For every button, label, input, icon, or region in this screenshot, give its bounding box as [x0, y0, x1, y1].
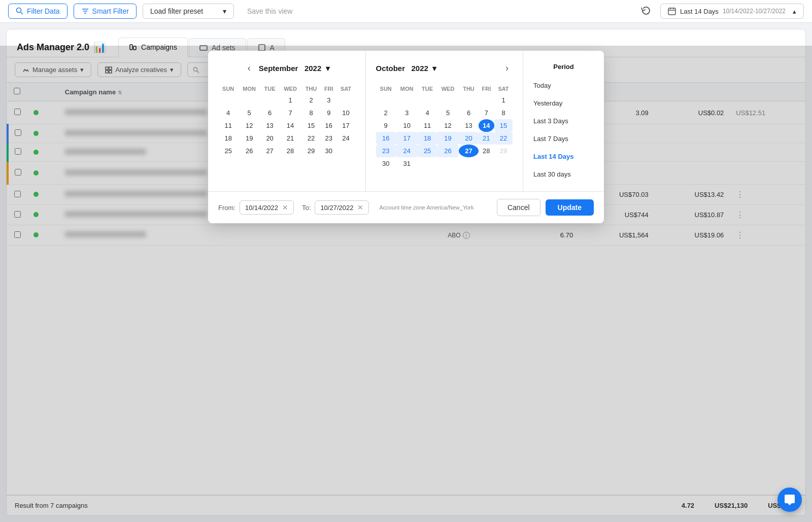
refresh-button[interactable]	[638, 3, 654, 20]
update-button[interactable]: Update	[546, 199, 594, 216]
cal-day-range[interactable]: 25	[418, 145, 436, 157]
cal-day[interactable]: 30	[376, 157, 396, 170]
to-date-group: To: 10/27/2022 ✕	[302, 200, 369, 215]
date-range-button[interactable]: Last 14 Days 10/14/2022-10/27/2022 ▴	[660, 4, 804, 19]
to-date-input[interactable]: 10/27/2022 ✕	[315, 200, 369, 215]
cal-day[interactable]: 23	[321, 132, 336, 145]
filter-data-label: Filter Data	[27, 7, 60, 15]
cal-day-range[interactable]: 22	[494, 132, 513, 145]
period-last14days[interactable]: Last 14 Days	[523, 148, 604, 165]
cal-day[interactable]: 3	[396, 107, 418, 119]
cal-day[interactable]: 8	[301, 107, 321, 119]
cal-day[interactable]: 7	[279, 107, 301, 119]
from-date-input[interactable]: 10/14/2022 ✕	[240, 200, 294, 215]
datepicker-inputs: From: 10/14/2022 ✕ To: 10/27/2022 ✕ Acco…	[208, 191, 604, 223]
cal-day[interactable]: 8	[494, 107, 513, 119]
cal-day-range[interactable]: 23	[376, 145, 396, 157]
cal-day-empty	[337, 145, 355, 157]
chat-bubble[interactable]	[777, 488, 802, 512]
datepicker-panel: ‹ September 2022 ▾ SUN MON	[208, 51, 604, 223]
cal-day[interactable]: 11	[418, 119, 436, 132]
cal-day[interactable]: 2	[376, 107, 396, 119]
period-last7days[interactable]: Last 7 Days	[523, 130, 604, 148]
cal-day[interactable]: 4	[418, 107, 436, 119]
september-year: 2022	[304, 64, 321, 73]
cal-day-empty	[479, 94, 494, 107]
september-month-label: September 2022 ▾	[259, 64, 330, 73]
cal-day[interactable]: 19	[238, 132, 260, 145]
cal-day-range[interactable]: 15	[494, 119, 513, 132]
cal-day[interactable]: 10	[337, 107, 355, 119]
day-mon: MON	[238, 84, 260, 94]
cal-day[interactable]: 7	[479, 107, 494, 119]
cal-day[interactable]: 20	[260, 132, 279, 145]
cal-day[interactable]: 1	[279, 94, 301, 107]
cal-day-range[interactable]: 19	[437, 132, 459, 145]
load-preset-button[interactable]: Load filter preset ▾	[143, 4, 234, 19]
cal-day[interactable]: 29	[301, 145, 321, 157]
cal-day[interactable]: 18	[218, 132, 238, 145]
cal-day-range[interactable]: 16	[376, 132, 396, 145]
cal-day[interactable]: 11	[218, 119, 238, 132]
cancel-button[interactable]: Cancel	[497, 199, 540, 216]
cal-day[interactable]: 24	[337, 132, 355, 145]
cal-day-range[interactable]: 24	[396, 145, 418, 157]
cal-day[interactable]: 13	[260, 119, 279, 132]
cal-day[interactable]: 16	[321, 119, 336, 132]
cal-day-range[interactable]: 18	[418, 132, 436, 145]
cal-day-range[interactable]: 20	[459, 132, 478, 145]
cal-day[interactable]: 14	[279, 119, 301, 132]
cal-day[interactable]: 5	[437, 107, 459, 119]
cal-day-selected-start[interactable]: 14	[479, 119, 494, 132]
cal-day[interactable]: 6	[459, 107, 478, 119]
period-today[interactable]: Today	[523, 77, 604, 94]
cal-day[interactable]: 17	[337, 119, 355, 132]
cal-day[interactable]: 25	[218, 145, 238, 157]
cal-day-range[interactable]: 21	[479, 132, 494, 145]
next-month-button[interactable]: ›	[501, 61, 513, 76]
cal-day-range[interactable]: 26	[437, 145, 459, 157]
cal-day[interactable]: 9	[321, 107, 336, 119]
cal-day[interactable]: 12	[238, 119, 260, 132]
day-tue: TUE	[418, 84, 436, 94]
chevron-up-icon: ▴	[793, 8, 796, 15]
cal-day-range[interactable]: 17	[396, 132, 418, 145]
cal-day-empty	[437, 157, 459, 170]
cal-day[interactable]: 1	[494, 94, 513, 107]
cal-day[interactable]: 2	[301, 94, 321, 107]
cal-day[interactable]: 5	[238, 107, 260, 119]
filter-data-button[interactable]: Filter Data	[8, 4, 67, 19]
period-last30days[interactable]: Last 30 days	[523, 165, 604, 183]
cal-day[interactable]: 13	[459, 119, 478, 132]
cal-day[interactable]: 22	[301, 132, 321, 145]
cal-day[interactable]: 15	[301, 119, 321, 132]
cal-day[interactable]: 6	[260, 107, 279, 119]
cal-day[interactable]: 30	[321, 145, 336, 157]
cal-day-empty	[437, 94, 459, 107]
cal-day-selected-end[interactable]: 27	[459, 145, 478, 157]
calendar-icon	[668, 7, 676, 15]
cal-day[interactable]: 27	[260, 145, 279, 157]
cal-day[interactable]: 10	[396, 119, 418, 132]
smart-filter-button[interactable]: Smart Filter	[74, 4, 137, 19]
cal-day-empty	[459, 94, 478, 107]
period-title: Period	[523, 59, 604, 77]
cal-day[interactable]: 21	[279, 132, 301, 145]
main-area: Ads Manager 2.0 📊 Campaigns Ad sets	[0, 23, 812, 522]
prev-month-button[interactable]: ‹	[244, 61, 255, 76]
cal-day[interactable]: 4	[218, 107, 238, 119]
day-wed: WED	[437, 84, 459, 94]
day-wed: WED	[279, 84, 301, 94]
cal-day[interactable]: 28	[479, 145, 494, 157]
to-date-clear[interactable]: ✕	[357, 203, 363, 212]
cal-day[interactable]: 31	[396, 157, 418, 170]
period-last3days[interactable]: Last 3 Days	[523, 112, 604, 130]
cal-day[interactable]: 26	[238, 145, 260, 157]
from-date-clear[interactable]: ✕	[282, 203, 288, 212]
period-yesterday[interactable]: Yesterday	[523, 94, 604, 112]
cal-day[interactable]: 28	[279, 145, 301, 157]
cal-day[interactable]: 9	[376, 119, 396, 132]
save-view-button[interactable]: Save this view	[240, 4, 299, 18]
cal-day[interactable]: 3	[321, 94, 336, 107]
cal-day[interactable]: 12	[437, 119, 459, 132]
